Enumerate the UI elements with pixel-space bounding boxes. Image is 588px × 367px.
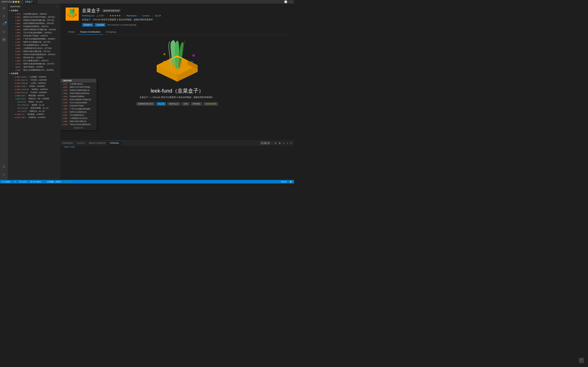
- tab-feature-contributions[interactable]: Feature Contributions: [78, 29, 103, 35]
- stock-item[interactable]: −+0%3372.85「标普500指数」usr_inx: [8, 107, 60, 110]
- fund-item[interactable]: ↑0.39%「天弘安康颐养混合A」(420009): [8, 44, 60, 47]
- bottom-panel: PROBLEMS OUTPUT DEBUG CONSOLE TERMINAL 1…: [60, 141, 294, 180]
- disable-button[interactable]: Disable ▾: [82, 23, 93, 27]
- stock-item[interactable]: ↑+2.34%3438.8「上证指数」sh000001: [8, 75, 60, 78]
- sidebar-item-explorer[interactable]: [0, 4, 8, 12]
- sidebar-item-debug[interactable]: [0, 28, 8, 36]
- popup-footer[interactable]: 只展示前14只: [61, 126, 96, 130]
- tab-terminal[interactable]: TERMINAL: [108, 141, 121, 145]
- uninstall-button[interactable]: Uninstall: [95, 23, 105, 27]
- license-link[interactable]: License: [142, 14, 149, 17]
- fund-pct: 2.47%: [13, 63, 20, 65]
- fund-item[interactable]: ↑2.31%「招商中证白酒指数分级」(161725): [8, 41, 60, 44]
- ext-id[interactable]: giscafer.leek-fund: [102, 9, 121, 12]
- badge-installs-label[interactable]: INSTALLS: [167, 102, 180, 106]
- section-header-stocks[interactable]: ▾ 自选股票: [8, 72, 60, 75]
- fund-item[interactable]: ↑2.14%「中欧潜力价值灵活配置混合A」(001810): [8, 53, 60, 56]
- fund-item[interactable]: ↑0.68%「上投摩根新兴动力混合A」(377240): [8, 47, 60, 50]
- sidebar-item-extensions[interactable]: [0, 36, 8, 44]
- eslint-status[interactable]: ESLint: [281, 180, 287, 184]
- sidebar-item-scm[interactable]: 2: [0, 20, 8, 28]
- sidebar-item-account[interactable]: [0, 163, 8, 171]
- fund-item[interactable]: ↑0.31%「诺安成长混合」(320007): [8, 56, 60, 59]
- arrow-up-icon: ↑: [12, 25, 13, 27]
- branch-status[interactable]: master*: [1, 180, 11, 184]
- badge-installs-count[interactable]: 3.6K: [182, 102, 190, 106]
- sidebar-more-btn[interactable]: ⋯: [56, 5, 58, 8]
- ext-meta: Nickbing Lao 3,597 ★★★★★ Repository Lice…: [82, 14, 289, 17]
- stock-item[interactable]: ↑+1.78%5.71「深圳能源」sz000027: [8, 113, 60, 116]
- stock-item[interactable]: ↑+1.44%16129.98「300医药」sh000913: [8, 88, 60, 91]
- split-editor-icon[interactable]: ⬜: [284, 0, 288, 3]
- arrow-up-icon: ↑: [12, 88, 13, 90]
- popup-row: ↑ 1.84%「华安媒体互联网混合」: [61, 95, 96, 98]
- terminal-area[interactable]: → leek-fund: [60, 145, 294, 149]
- sync-status[interactable]: ↺: [13, 180, 16, 184]
- arrow-up-icon: ↑: [12, 19, 13, 21]
- active-tab[interactable]: 韭菜盒子 ✕: [24, 0, 37, 4]
- more-actions-icon[interactable]: ⋯: [289, 0, 293, 3]
- notification-status[interactable]: 🔔: [289, 180, 293, 184]
- fund-item[interactable]: −NaN%「基金代码错误」(164906): [8, 65, 60, 68]
- popup-pct: ↑ 2.14%: [61, 124, 68, 125]
- badge-row: MARKETPLACE V1.2.9 INSTALLS 3.6K RATING …: [66, 102, 289, 106]
- fund-item[interactable]: ↑1.58%「国联安中证半导体ETF联接C」(007301): [8, 16, 60, 19]
- badge-marketplace[interactable]: MARKETPLACE: [136, 102, 155, 106]
- stock-item[interactable]: −+0%27931.02「道琼斯」usr_dji: [8, 103, 60, 107]
- scroll-down-icon[interactable]: ∨: [286, 142, 289, 145]
- tab-details[interactable]: Details: [66, 29, 78, 35]
- badge-rating-label[interactable]: RATING: [191, 102, 202, 106]
- fund-item[interactable]: ↑1.62%「华宝科技ETF联接C」(007874): [8, 34, 60, 37]
- split-terminal-icon[interactable]: ⊞: [274, 142, 277, 145]
- ext-author[interactable]: Nickbing Lao: [82, 14, 94, 17]
- badge-rating-stars[interactable]: ★★★★½%: [203, 102, 218, 106]
- badge-version[interactable]: V1.2.9: [156, 102, 166, 106]
- arrow-neutral-icon: −: [12, 107, 13, 109]
- fund-item[interactable]: ↑0.65%「前海开源国家比较优势混合」(001102): [8, 22, 60, 25]
- scroll-up-icon[interactable]: ∧: [282, 142, 285, 145]
- kill-terminal-icon[interactable]: 🗑: [278, 142, 282, 145]
- sidebar-item-search[interactable]: [0, 12, 8, 20]
- sidebar-content[interactable]: ▾ 自选基金 ↑1.74%「大成消费主题混合」(090016) ↑1.58%「国…: [8, 9, 60, 180]
- new-terminal-icon[interactable]: +: [271, 142, 273, 145]
- fund-item[interactable]: ↑1.63%「天弘中证食品饮料指数C」(001632): [8, 31, 60, 34]
- close-panel-icon[interactable]: ✕: [289, 142, 293, 145]
- stock-status[interactable]: 「上证指数」3438.8: [44, 180, 62, 184]
- fund-item[interactable]: ↑2.66%「招商中证银行指数分级」(161723): [8, 50, 60, 53]
- stock-item[interactable]: ↓-0.39%504.5「腾讯控股」hk00700: [8, 94, 60, 97]
- stock-item[interactable]: ↑+1.83%6744.55「中证500」sh000905: [8, 91, 60, 94]
- tab-debug-console[interactable]: DEBUG CONSOLE: [87, 141, 107, 145]
- stock-item[interactable]: −+0%85.04「拼多多」usr_pdd: [8, 100, 60, 103]
- stock-item[interactable]: ↑+4.21%158.3「红相转债」sz123044: [8, 116, 60, 119]
- live-share-status[interactable]: Live Share: [29, 180, 42, 184]
- fund-item[interactable]: ↑2.32%「国金上证50指数增强(LOF)」(502020): [8, 68, 60, 72]
- fund-item[interactable]: ↑1.30%「招商国证生物医药指数分级」(161726): [8, 19, 60, 22]
- errors-status[interactable]: 0 0: [18, 180, 27, 184]
- sidebar-item-settings[interactable]: [0, 171, 8, 179]
- terminal-selector[interactable]: 1: zsh: [260, 142, 270, 145]
- tab-output[interactable]: OUTPUT: [75, 141, 87, 145]
- fund-item[interactable]: ↑0.55%「富国中证新能源汽车指数分级」(161028): [8, 28, 60, 31]
- ext-name-row: 韭菜盒子 giscafer.leek-fund: [82, 8, 289, 14]
- stock-item[interactable]: ↑+2.44%3368.85「上证50」sh000016: [8, 82, 60, 85]
- close-tab-btn[interactable]: ✕: [34, 1, 36, 3]
- stock-price: 242.8: [21, 98, 26, 100]
- stock-item[interactable]: ↑+0.83%1496.4「科创50」sh000688: [8, 85, 60, 88]
- fund-item[interactable]: ↑2.47%「招商中证煤炭等权指数分级」(161724): [8, 62, 60, 65]
- svg-rect-18: [68, 15, 69, 16]
- stock-item[interactable]: ↑+2.35%4815.23「沪深300」sh000300: [8, 78, 60, 82]
- ext-tabs: Details Feature Contributions Changelog: [66, 29, 289, 35]
- activity-bar: 2: [0, 4, 8, 180]
- tab-problems[interactable]: PROBLEMS: [60, 141, 75, 145]
- stock-item[interactable]: ↓-1.62%242.8「阿里巴巴－SW」hk09988: [8, 97, 60, 100]
- fund-item[interactable]: ↑1.74%「大成消费主题混合」(090016): [8, 12, 60, 16]
- section-header-funds[interactable]: ▾ 自选基金: [8, 9, 60, 12]
- fund-item[interactable]: ↑1.34%「长江汇聚量化多因子」(005757): [8, 59, 60, 62]
- fund-item[interactable]: ↑1.84%「华安媒体互联网混合」(001071): [8, 25, 60, 28]
- stock-pct-status[interactable]: (+2.34%): [63, 180, 72, 184]
- popup-row: ↑ 1.62%「华宝科技ETF联接C」: [61, 104, 96, 108]
- repository-link[interactable]: Repository: [127, 14, 137, 17]
- fund-item[interactable]: ↑1.83%「广发中证全指建筑材料指数C」(004857): [8, 37, 60, 41]
- tab-changelog[interactable]: Changelog: [103, 29, 119, 35]
- stock-item[interactable]: −+0%1019.3「纳斯达克」usr_ixic: [8, 110, 60, 113]
